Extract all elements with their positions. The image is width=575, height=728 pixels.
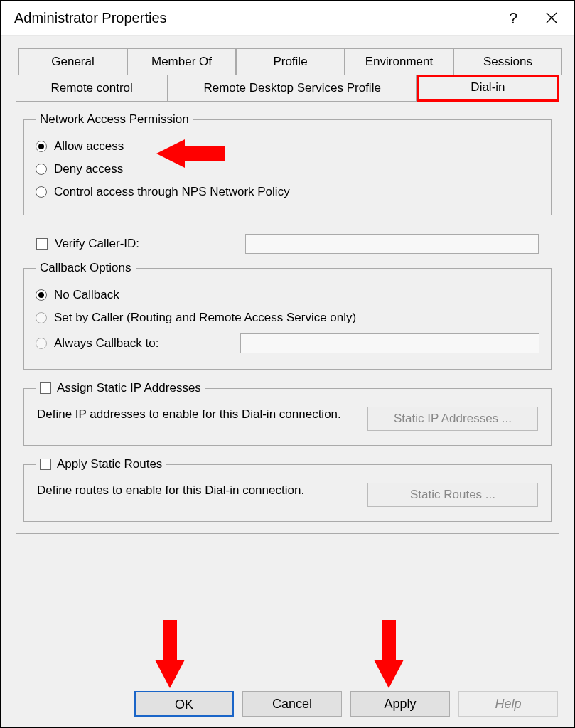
radio-no-callback-label: No Callback	[54, 288, 119, 302]
apply-static-routes-label: Apply Static Routes	[57, 457, 162, 471]
static-routes-button[interactable]: Static Routes ...	[367, 483, 538, 507]
verify-caller-label: Verify Caller-ID:	[55, 237, 183, 251]
radio-allow-access-label: Allow access	[54, 139, 124, 154]
verify-caller-row: Verify Caller-ID:	[23, 227, 552, 261]
static-ip-row: Define IP addresses to enable for this D…	[36, 404, 539, 434]
radio-always-callback-label: Always Callback to:	[54, 336, 189, 350]
group-network-access: Network Access Permission Allow access D…	[23, 112, 552, 215]
tab-environment[interactable]: Environment	[345, 48, 453, 75]
group-static-routes: Apply Static Routes Define routes to ena…	[23, 457, 552, 522]
ok-button[interactable]: OK	[134, 691, 234, 717]
help-icon[interactable]: ?	[494, 6, 532, 31]
titlebar: Administrator Properties ?	[1, 1, 574, 36]
radio-set-by-caller-row[interactable]: Set by Caller (Routing and Remote Access…	[36, 306, 539, 329]
tab-dial-in[interactable]: Dial-in	[417, 75, 559, 102]
static-ip-desc: Define IP addresses to enable for this D…	[37, 407, 358, 423]
verify-caller-input[interactable]	[245, 234, 539, 254]
radio-deny-access-label: Deny access	[54, 162, 123, 176]
radio-nps-row[interactable]: Control access through NPS Network Polic…	[36, 181, 539, 203]
tab-member-of[interactable]: Member Of	[127, 48, 236, 75]
radio-no-callback[interactable]	[36, 289, 47, 301]
radio-always-callback[interactable]	[36, 338, 47, 349]
assign-static-ip-label: Assign Static IP Addresses	[57, 381, 201, 395]
radio-set-by-caller-label: Set by Caller (Routing and Remote Access…	[54, 311, 356, 325]
tab-profile[interactable]: Profile	[236, 48, 345, 75]
static-ip-button[interactable]: Static IP Addresses ...	[367, 407, 538, 431]
group-network-access-title: Network Access Permission	[36, 112, 193, 127]
tab-row-2: Remote control Remote Desktop Services P…	[16, 75, 559, 102]
close-icon[interactable]	[532, 6, 571, 31]
verify-caller-checkbox[interactable]	[36, 238, 48, 250]
radio-no-callback-row[interactable]: No Callback	[36, 284, 539, 306]
tab-remote-control[interactable]: Remote control	[16, 75, 168, 102]
group-static-ip: Assign Static IP Addresses Define IP add…	[23, 381, 552, 446]
static-routes-row: Define routes to enable for this Dial-in…	[36, 480, 539, 510]
apply-static-routes-checkbox[interactable]	[40, 459, 51, 470]
dialog-body: General Member Of Profile Environment Se…	[1, 36, 574, 727]
tab-row-1: General Member Of Profile Environment Se…	[18, 48, 562, 75]
help-button[interactable]: Help	[458, 691, 558, 717]
radio-deny-access-row[interactable]: Deny access	[36, 158, 539, 181]
arrow-icon	[156, 136, 227, 171]
radio-set-by-caller[interactable]	[36, 312, 47, 323]
tab-general[interactable]: General	[18, 48, 127, 75]
group-callback-title: Callback Options	[36, 261, 136, 275]
static-routes-desc: Define routes to enable for this Dial-in…	[37, 483, 358, 499]
apply-button[interactable]: Apply	[350, 691, 450, 717]
window-title: Administrator Properties	[14, 10, 494, 26]
tab-rds-profile[interactable]: Remote Desktop Services Profile	[168, 75, 417, 102]
radio-allow-access-row[interactable]: Allow access	[36, 135, 539, 158]
dialog-button-bar: OK Cancel Apply Help	[1, 691, 574, 717]
svg-marker-2	[156, 139, 225, 168]
group-callback: Callback Options No Callback Set by Call…	[23, 261, 552, 370]
radio-nps-label: Control access through NPS Network Polic…	[54, 185, 290, 199]
radio-deny-access[interactable]	[36, 164, 47, 175]
tab-content: Network Access Permission Allow access D…	[16, 101, 559, 534]
radio-nps[interactable]	[36, 186, 47, 198]
svg-marker-4	[374, 620, 404, 688]
group-static-routes-legend: Apply Static Routes	[36, 457, 166, 471]
group-static-ip-legend: Assign Static IP Addresses	[36, 381, 205, 395]
tab-sessions[interactable]: Sessions	[453, 48, 562, 75]
assign-static-ip-checkbox[interactable]	[40, 382, 51, 394]
always-callback-input[interactable]	[240, 333, 539, 353]
arrow-icon	[371, 620, 407, 688]
radio-allow-access[interactable]	[36, 141, 47, 152]
arrow-icon	[152, 620, 188, 688]
cancel-button[interactable]: Cancel	[242, 691, 342, 717]
svg-marker-3	[155, 620, 185, 688]
radio-always-callback-row[interactable]: Always Callback to:	[36, 329, 539, 358]
